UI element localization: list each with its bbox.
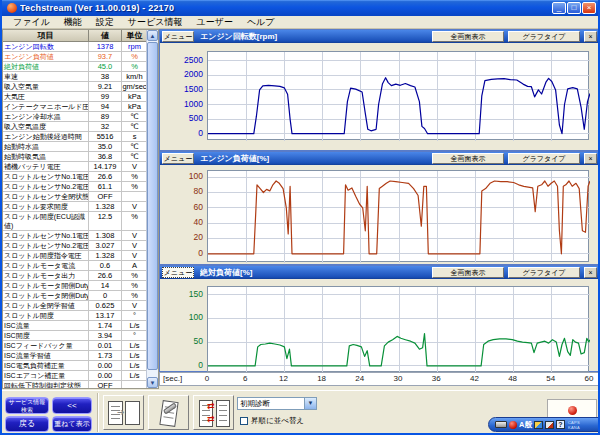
chart-menu-button[interactable]: メニュー: [162, 153, 194, 164]
ime-mode-label[interactable]: A般: [519, 420, 532, 430]
parameter-unit: V: [122, 231, 147, 240]
sort-ascending-checkbox[interactable]: [240, 417, 248, 425]
table-row[interactable]: スロットル要求開度1.328V: [3, 202, 147, 212]
fullscreen-button[interactable]: 全画面表示: [432, 267, 504, 278]
sort-checkbox-label: 昇順に並べ替え: [251, 416, 304, 426]
diagnosis-mode-dropdown[interactable]: 初期診断 ▼: [237, 397, 317, 410]
table-row[interactable]: スロットルモータ出力26.6%: [3, 271, 147, 281]
table-row[interactable]: エンジン冷却水温89℃: [3, 112, 147, 122]
graph-type-button[interactable]: グラフタイプ: [508, 153, 580, 164]
compare-data-button[interactable]: ⇄ ⇄: [193, 395, 234, 430]
table-row[interactable]: ISCエアコン補正量0.00L/s: [3, 371, 147, 381]
table-row[interactable]: 吸入空気温度32℃: [3, 122, 147, 132]
table-row[interactable]: スロットル開度13.17°: [3, 311, 147, 321]
table-row[interactable]: エンジン負荷値93.7%: [3, 52, 147, 62]
graph-type-button[interactable]: グラフタイプ: [508, 267, 580, 278]
y-axis-tick-label: 60: [160, 202, 203, 212]
parameter-unit: V: [122, 202, 147, 211]
table-row[interactable]: ISC流量1.74L/s: [3, 321, 147, 331]
table-row[interactable]: 吸入空気量9.21gm/sec: [3, 82, 147, 92]
service-info-search-button[interactable]: サービス情報検索: [5, 397, 49, 414]
table-row[interactable]: スロットルセンサNo.2電圧3.027V: [3, 241, 147, 251]
table-row[interactable]: 回転低下時制御判定状態OFF: [3, 381, 147, 388]
chart-close-button[interactable]: ×: [584, 153, 597, 164]
menu-item-2[interactable]: 設定: [89, 16, 121, 29]
parameter-name: ISC開度: [3, 331, 89, 340]
ime-palette-icon[interactable]: [534, 421, 543, 429]
table-row[interactable]: 補機バッテリ電圧14.179V: [3, 162, 147, 172]
minimize-button[interactable]: _: [552, 2, 566, 14]
parameter-value: 1.328: [89, 202, 122, 211]
table-row[interactable]: スロットルセンサNo.1電圧1.308V: [3, 231, 147, 241]
ime-help-icon[interactable]: ?: [556, 420, 565, 429]
table-row[interactable]: 大気圧99kPa: [3, 92, 147, 102]
table-row[interactable]: インテークマニホールド圧94kPa: [3, 102, 147, 112]
table-row[interactable]: スロットルセンサ全閉状態OFF: [3, 192, 147, 202]
table-row[interactable]: スロットルモータ電流0.6A: [3, 261, 147, 271]
table-row[interactable]: ISCフィードバック量0.01L/s: [3, 341, 147, 351]
menu-item-4[interactable]: ユーザー: [189, 16, 239, 29]
fullscreen-button[interactable]: 全画面表示: [432, 153, 504, 164]
parameter-name: スロットル全閉学習値: [3, 301, 89, 310]
chart-close-button[interactable]: ×: [584, 31, 597, 42]
chart-menu-button[interactable]: メニュー: [162, 267, 194, 278]
parameter-value: 14: [89, 281, 122, 290]
menu-bar: ファイル機能設定サービス情報ユーザーヘルプ: [2, 16, 598, 29]
parameter-value: 3.027: [89, 241, 122, 250]
chart-close-button[interactable]: ×: [584, 267, 597, 278]
table-row[interactable]: スロットルセンサNo.2電圧比61.1%: [3, 182, 147, 192]
table-row[interactable]: スロットル開度指令電圧1.328V: [3, 251, 147, 261]
table-scrollbar[interactable]: ▲ ▼: [146, 30, 158, 388]
load-chart-panel: メニュー エンジン負荷値[%] 全画面表示 グラフタイプ × 020406080…: [159, 151, 600, 265]
return-button[interactable]: 戻る: [5, 416, 49, 432]
table-row[interactable]: ISC流量学習値1.73L/s: [3, 351, 147, 361]
title-bar[interactable]: Techstream (Ver 11.00.019) - 22170 _ □ ×: [2, 0, 598, 16]
scrollbar-thumb[interactable]: [147, 42, 158, 370]
record-data-button[interactable]: [148, 395, 189, 430]
table-row[interactable]: ISC開度3.94°: [3, 331, 147, 341]
overlay-display-button[interactable]: 重ねて表示: [52, 416, 92, 432]
table-row[interactable]: エンジン始動後経過時間5516s: [3, 132, 147, 142]
table-row[interactable]: スロットルセンサNo.1電圧比26.6%: [3, 172, 147, 182]
scroll-down-icon[interactable]: ▼: [147, 377, 158, 388]
table-row[interactable]: 始動時水温35.0℃: [3, 142, 147, 152]
column-header-item: 項目: [3, 30, 89, 41]
dropdown-selected-value: 初期診断: [238, 398, 304, 409]
close-button[interactable]: ×: [582, 2, 596, 14]
parameter-name: 始動時水温: [3, 142, 89, 151]
fullscreen-button[interactable]: 全画面表示: [432, 31, 504, 42]
table-row[interactable]: スロットル開度(ECU認識値)12.5%: [3, 212, 147, 231]
ime-language-bar[interactable]: A般 ? CAPS KANA: [488, 417, 600, 432]
menu-item-0[interactable]: ファイル: [6, 16, 57, 29]
keyboard-icon[interactable]: [495, 421, 507, 428]
table-row[interactable]: 始動時吸気温36.8℃: [3, 152, 147, 162]
sort-option[interactable]: 昇順に並べ替え: [240, 416, 304, 426]
table-row[interactable]: 絶対負荷値45.0%: [3, 62, 147, 72]
table-row[interactable]: ISC電気負荷補正量0.00L/s: [3, 361, 147, 371]
data-list-view-button[interactable]: ➔: [103, 395, 144, 430]
scroll-up-icon[interactable]: ▲: [147, 30, 158, 41]
chart-menu-button[interactable]: メニュー: [162, 31, 194, 42]
graph-type-button[interactable]: グラフタイプ: [508, 31, 580, 42]
live-data-table: 項目 値 単位 エンジン回転数1378rpmエンジン負荷値93.7%絶対負荷値4…: [2, 29, 159, 389]
menu-item-3[interactable]: サービス情報: [121, 16, 190, 29]
menu-item-1[interactable]: 機能: [57, 16, 89, 29]
ime-pen-icon[interactable]: [545, 421, 554, 429]
x-axis-tick-label: 30: [394, 374, 403, 383]
table-row[interactable]: 車速38km/h: [3, 72, 147, 82]
parameter-unit: %: [122, 172, 147, 181]
chevron-down-icon[interactable]: ▼: [304, 398, 316, 409]
parameter-name: ISC流量: [3, 321, 89, 330]
collapse-button[interactable]: <<: [52, 397, 92, 414]
parameter-name: エンジン負荷値: [3, 52, 89, 61]
table-row[interactable]: エンジン回転数1378rpm: [3, 42, 147, 52]
table-row[interactable]: スロットルモータ閉側Duty比0%: [3, 291, 147, 301]
maximize-button[interactable]: □: [567, 2, 581, 14]
rpm-chart-panel: メニュー エンジン回転数[rpm] 全画面表示 グラフタイプ × 0500100…: [159, 29, 600, 151]
table-row[interactable]: スロットルモータ開側Duty比14%: [3, 281, 147, 291]
menu-item-5[interactable]: ヘルプ: [240, 16, 282, 29]
parameter-name: インテークマニホールド圧: [3, 102, 89, 111]
parameter-name: スロットルセンサNo.2電圧比: [3, 182, 89, 191]
table-row[interactable]: スロットル全閉学習値0.625V: [3, 301, 147, 311]
ime-status-icon[interactable]: [509, 421, 517, 429]
